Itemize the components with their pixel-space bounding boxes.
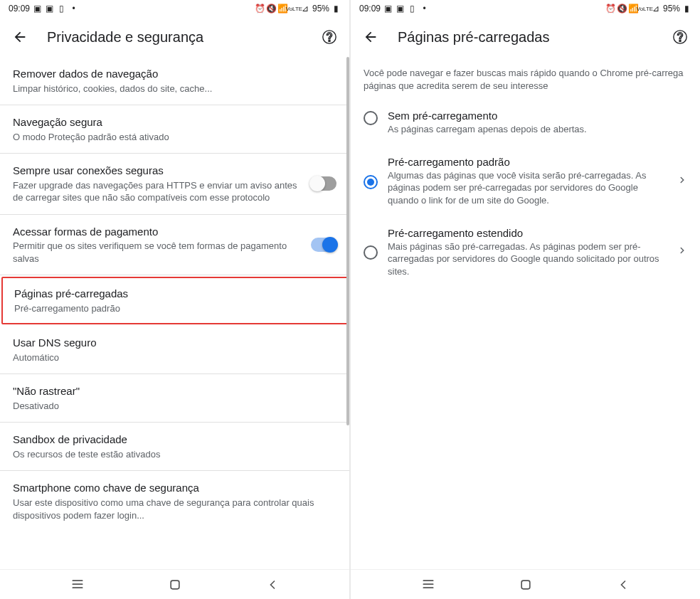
signal-icon: ⊿ — [301, 4, 310, 14]
chevron-right-icon — [677, 245, 687, 255]
nav-home[interactable] — [508, 574, 543, 595]
recents-icon — [70, 578, 85, 592]
setting-subtitle: Os recursos de teste estão ativados — [13, 448, 336, 461]
radio-no-preload[interactable] — [364, 111, 378, 125]
mute-icon: 🔇 — [267, 4, 276, 14]
setting-title: Acessar formas de pagamento — [13, 225, 302, 239]
notification-icon: ▣ — [383, 4, 393, 14]
status-bar: 09:09 ▣ ▣ ▯ • ⏰ 🔇 📶 VoLTE ⊿ 95% ▮ — [351, 0, 700, 17]
setting-preload-pages[interactable]: Páginas pré-carregadas Pré-carregamento … — [1, 277, 348, 324]
option-subtitle: As páginas carregam apenas depois de abe… — [388, 123, 691, 136]
toggle-secure-connections[interactable] — [311, 176, 336, 191]
setting-title: Navegação segura — [13, 115, 336, 129]
battery-icon: ▮ — [682, 4, 691, 14]
notification-icon: ▣ — [33, 4, 42, 14]
help-icon — [672, 29, 688, 45]
notification-icon: ▣ — [396, 4, 405, 14]
back-icon — [265, 578, 280, 592]
setting-subtitle: Permitir que os sites verifiquem se você… — [13, 240, 302, 265]
setting-subtitle: Automático — [13, 351, 336, 364]
battery-percent: 95% — [312, 4, 329, 14]
signal-icon: VoLTE — [290, 4, 299, 14]
signal-icon: ⊿ — [652, 4, 661, 14]
radio-standard-preload[interactable] — [364, 175, 378, 189]
page-title: Páginas pré-carregadas — [398, 29, 653, 46]
arrow-back-icon — [12, 29, 28, 45]
option-subtitle: Algumas das páginas que você visita serã… — [388, 169, 663, 207]
back-icon — [616, 578, 630, 592]
nav-recents[interactable] — [410, 574, 446, 595]
help-icon — [322, 29, 337, 45]
setting-title: Smartphone como chave de segurança — [13, 481, 336, 495]
option-title: Pré-carregamento estendido — [388, 227, 663, 239]
setting-title: Páginas pré-carregadas — [14, 287, 335, 301]
setting-title: Sempre usar conexões seguras — [13, 164, 302, 178]
nav-back[interactable] — [255, 574, 290, 595]
option-standard-preload[interactable]: Pré-carregamento padrão Algumas das pági… — [351, 146, 700, 217]
setting-title: Remover dados de navegação — [13, 67, 336, 81]
setting-secure-connections[interactable]: Sempre usar conexões seguras Fazer upgra… — [0, 154, 349, 215]
home-icon — [168, 578, 182, 592]
help-button[interactable] — [666, 23, 694, 51]
screen-privacy-security: 09:09 ▣ ▣ ▯ • ⏰ 🔇 📶 VoLTE ⊿ 95% ▮ Privac… — [0, 0, 349, 599]
setting-secure-dns[interactable]: Usar DNS seguro Automático — [0, 326, 349, 374]
nav-bar — [0, 569, 349, 599]
setting-subtitle: Desativado — [13, 400, 336, 413]
setting-do-not-track[interactable]: "Não rastrear" Desativado — [0, 374, 349, 423]
recents-icon — [421, 578, 435, 592]
chevron-right-icon — [677, 175, 687, 185]
notification-icon: ▯ — [57, 4, 66, 14]
setting-title: Usar DNS seguro — [13, 336, 336, 350]
expand-button[interactable] — [673, 241, 691, 263]
setting-subtitle: Fazer upgrade das navegações para HTTPS … — [13, 179, 302, 204]
svg-rect-1 — [521, 581, 530, 589]
setting-title: "Não rastrear" — [13, 384, 336, 398]
option-title: Sem pré-carregamento — [388, 110, 691, 122]
expand-button[interactable] — [673, 171, 691, 192]
battery-icon: ▮ — [332, 4, 341, 14]
setting-privacy-sandbox[interactable]: Sandbox de privacidade Os recursos de te… — [0, 423, 349, 471]
more-icon: • — [420, 4, 429, 14]
mute-icon: 🔇 — [617, 4, 627, 14]
help-button[interactable] — [315, 23, 344, 51]
option-extended-preload[interactable]: Pré-carregamento estendido Mais páginas … — [351, 217, 700, 288]
app-bar: Privacidade e segurança — [0, 17, 349, 57]
status-time: 09:09 — [9, 4, 30, 14]
battery-percent: 95% — [663, 4, 680, 14]
notification-icon: ▯ — [408, 4, 417, 14]
setting-subtitle: Pré-carregamento padrão — [14, 302, 335, 315]
radio-extended-preload[interactable] — [364, 245, 378, 260]
status-time: 09:09 — [359, 4, 381, 14]
back-button[interactable] — [356, 23, 385, 51]
signal-icon: VoLTE — [640, 4, 649, 14]
alarm-icon: ⏰ — [255, 4, 265, 14]
nav-back[interactable] — [605, 574, 641, 595]
back-button[interactable] — [6, 23, 34, 51]
home-icon — [519, 578, 533, 592]
scrollbar[interactable] — [346, 57, 349, 569]
option-no-preload[interactable]: Sem pré-carregamento As páginas carregam… — [351, 100, 700, 146]
screen-preload-pages: 09:09 ▣ ▣ ▯ • ⏰ 🔇 📶 VoLTE ⊿ 95% ▮ Página… — [351, 0, 700, 599]
app-bar: Páginas pré-carregadas — [351, 17, 700, 57]
setting-safe-browsing[interactable]: Navegação segura O modo Proteção padrão … — [0, 105, 349, 154]
page-title: Privacidade e segurança — [47, 29, 302, 46]
nav-home[interactable] — [157, 574, 193, 595]
nav-recents[interactable] — [60, 574, 95, 595]
more-icon: • — [69, 4, 78, 14]
toggle-payment-methods[interactable] — [311, 238, 336, 252]
option-title: Pré-carregamento padrão — [388, 156, 663, 168]
svg-rect-0 — [171, 581, 179, 589]
notification-icon: ▣ — [45, 4, 54, 14]
arrow-back-icon — [363, 29, 378, 45]
setting-clear-browsing-data[interactable]: Remover dados de navegação Limpar histór… — [0, 57, 349, 105]
setting-subtitle: O modo Proteção padrão está ativado — [13, 131, 336, 144]
page-description: Você pode navegar e fazer buscas mais rá… — [351, 57, 700, 100]
nav-bar — [351, 569, 700, 599]
status-bar: 09:09 ▣ ▣ ▯ • ⏰ 🔇 📶 VoLTE ⊿ 95% ▮ — [0, 0, 349, 17]
setting-security-key[interactable]: Smartphone como chave de segurança Usar … — [0, 471, 349, 531]
setting-payment-methods[interactable]: Acessar formas de pagamento Permitir que… — [0, 215, 349, 276]
setting-subtitle: Usar este dispositivo como uma chave de … — [13, 497, 336, 521]
option-subtitle: Mais páginas são pré-carregadas. As pági… — [388, 240, 663, 278]
settings-list: Remover dados de navegação Limpar histór… — [0, 57, 349, 569]
preload-options: Você pode navegar e fazer buscas mais rá… — [351, 57, 700, 569]
